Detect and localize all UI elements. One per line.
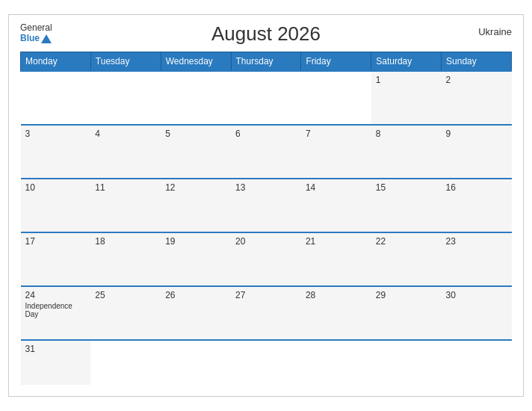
calendar-cell xyxy=(161,71,231,125)
calendar-cell: 31 xyxy=(21,340,91,385)
calendar-cell: 29 xyxy=(371,286,442,340)
calendar-cell xyxy=(301,71,371,125)
calendar-cell: 1 xyxy=(371,71,442,125)
calendar-cell: 23 xyxy=(442,232,512,286)
day-number: 30 xyxy=(446,290,507,300)
calendar-cell xyxy=(90,340,161,385)
calendar-cell: 15 xyxy=(371,179,442,232)
day-number: 3 xyxy=(25,129,87,139)
calendar-cell xyxy=(442,340,512,385)
week-row-1: 12 xyxy=(21,71,512,125)
logo-general-text: General xyxy=(20,22,52,33)
calendar-container: General Blue August 2026 Ukraine MondayT… xyxy=(8,14,524,397)
calendar-cell: 10 xyxy=(21,179,91,232)
calendar-cell: 20 xyxy=(231,232,301,286)
day-number: 29 xyxy=(376,290,437,300)
week-row-4: 17181920212223 xyxy=(21,232,512,286)
day-number: 10 xyxy=(25,182,87,193)
calendar-cell xyxy=(90,71,161,125)
calendar-cell: 3 xyxy=(21,125,91,179)
calendar-cell: 17 xyxy=(21,232,91,286)
day-number: 27 xyxy=(235,290,297,300)
week-row-3: 10111213141516 xyxy=(21,179,512,232)
calendar-cell: 24Independence Day xyxy=(21,286,91,340)
calendar-cell: 7 xyxy=(301,125,371,179)
calendar-cell: 18 xyxy=(90,232,161,286)
calendar-cell: 19 xyxy=(161,232,231,286)
day-number: 14 xyxy=(306,182,367,193)
calendar-cell: 28 xyxy=(301,286,371,340)
weekday-header-saturday: Saturday xyxy=(371,52,442,72)
calendar-cell: 30 xyxy=(442,286,512,340)
weekday-header-sunday: Sunday xyxy=(442,52,512,72)
calendar-cell: 12 xyxy=(161,179,231,232)
calendar-cell xyxy=(231,71,301,125)
day-number: 26 xyxy=(165,290,226,300)
day-number: 5 xyxy=(165,129,226,139)
logo-line: Blue xyxy=(20,33,52,43)
day-number: 16 xyxy=(446,182,507,193)
calendar-cell: 8 xyxy=(371,125,442,179)
calendar-header: General Blue August 2026 Ukraine xyxy=(20,22,512,46)
calendar-cell: 14 xyxy=(301,179,371,232)
day-number: 13 xyxy=(235,182,297,193)
event-label: Independence Day xyxy=(25,302,87,318)
day-number: 20 xyxy=(235,236,297,247)
day-number: 8 xyxy=(376,129,437,139)
calendar-cell: 6 xyxy=(231,125,301,179)
day-number: 2 xyxy=(446,75,507,85)
day-number: 7 xyxy=(306,129,367,139)
country-label: Ukraine xyxy=(478,26,512,37)
weekday-header-row: MondayTuesdayWednesdayThursdayFridaySatu… xyxy=(21,52,512,72)
calendar-cell: 5 xyxy=(161,125,231,179)
weekday-header-wednesday: Wednesday xyxy=(161,52,231,72)
week-row-2: 3456789 xyxy=(21,125,512,179)
day-number: 4 xyxy=(95,129,156,139)
weekday-header-friday: Friday xyxy=(301,52,371,72)
day-number: 6 xyxy=(235,129,297,139)
day-number: 22 xyxy=(376,236,437,247)
day-number: 25 xyxy=(95,290,156,300)
calendar-cell: 4 xyxy=(90,125,161,179)
day-number: 31 xyxy=(25,344,87,354)
calendar-cell: 9 xyxy=(442,125,512,179)
logo: General Blue xyxy=(20,22,52,44)
logo-blue-text: Blue xyxy=(20,33,40,43)
calendar-cell: 26 xyxy=(161,286,231,340)
calendar-cell: 22 xyxy=(371,232,442,286)
calendar-cell: 11 xyxy=(90,179,161,232)
day-number: 17 xyxy=(25,236,87,247)
day-number: 21 xyxy=(306,236,367,247)
day-number: 24 xyxy=(25,290,87,300)
logo-triangle-icon xyxy=(41,34,52,43)
day-number: 28 xyxy=(306,290,367,300)
day-number: 1 xyxy=(376,75,437,85)
calendar-cell: 21 xyxy=(301,232,371,286)
week-row-5: 24Independence Day252627282930 xyxy=(21,286,512,340)
calendar-cell xyxy=(21,71,91,125)
day-number: 12 xyxy=(165,182,226,193)
calendar-title: August 2026 xyxy=(211,22,321,46)
weekday-header-thursday: Thursday xyxy=(231,52,301,72)
calendar-cell: 25 xyxy=(90,286,161,340)
weekday-header-monday: Monday xyxy=(21,52,91,72)
day-number: 15 xyxy=(376,182,437,193)
calendar-cell: 2 xyxy=(442,71,512,125)
calendar-cell xyxy=(371,340,442,385)
calendar-cell xyxy=(161,340,231,385)
calendar-cell: 13 xyxy=(231,179,301,232)
calendar-cell: 16 xyxy=(442,179,512,232)
day-number: 18 xyxy=(95,236,156,247)
day-number: 19 xyxy=(165,236,226,247)
calendar-grid: MondayTuesdayWednesdayThursdayFridaySatu… xyxy=(20,52,512,385)
day-number: 9 xyxy=(446,129,507,139)
day-number: 23 xyxy=(446,236,507,247)
calendar-cell xyxy=(231,340,301,385)
calendar-cell: 27 xyxy=(231,286,301,340)
weekday-header-tuesday: Tuesday xyxy=(90,52,161,72)
day-number: 11 xyxy=(95,182,156,193)
week-row-6: 31 xyxy=(21,340,512,385)
calendar-cell xyxy=(301,340,371,385)
